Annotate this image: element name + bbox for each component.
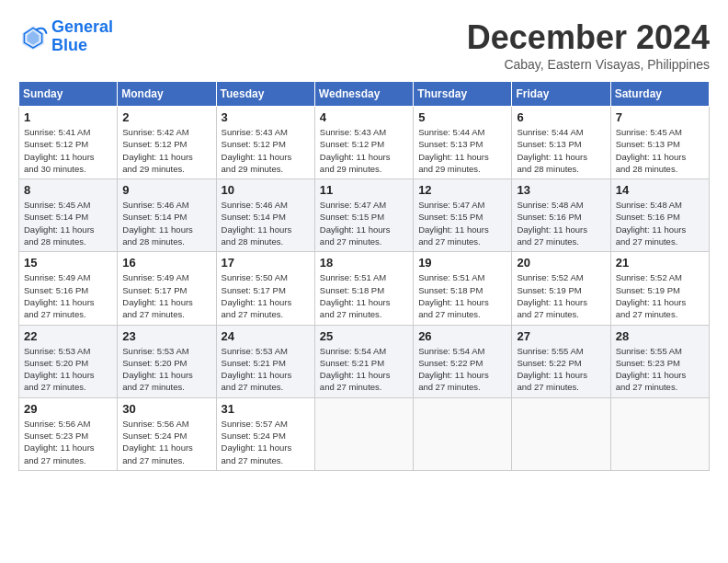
- day-info: Sunrise: 5:44 AMSunset: 5:13 PMDaylight:…: [418, 126, 506, 175]
- daylight-hours: Daylight: 11 hours: [517, 296, 605, 308]
- day-info: Sunrise: 5:49 AMSunset: 5:16 PMDaylight:…: [24, 271, 112, 320]
- sunrise-text: Sunrise: 5:43 AM: [320, 126, 408, 138]
- calendar-cell: 2Sunrise: 5:42 AMSunset: 5:12 PMDaylight…: [118, 107, 216, 179]
- sunrise-text: Sunrise: 5:56 AM: [24, 418, 112, 430]
- logo-general: General: [51, 17, 113, 36]
- location-subtitle: Cabay, Eastern Visayas, Philippines: [467, 57, 710, 72]
- weekday-header-thursday: Thursday: [414, 82, 512, 107]
- sunrise-text: Sunrise: 5:41 AM: [24, 126, 112, 138]
- sunset-text: Sunset: 5:12 PM: [24, 138, 112, 150]
- calendar-cell: 16Sunrise: 5:49 AMSunset: 5:17 PMDayligh…: [118, 252, 216, 325]
- calendar-cell: 8Sunrise: 5:45 AMSunset: 5:14 PMDaylight…: [19, 179, 118, 252]
- day-number: 30: [122, 402, 210, 416]
- daylight-hours: Daylight: 11 hours: [616, 296, 704, 308]
- calendar-cell: 17Sunrise: 5:50 AMSunset: 5:17 PMDayligh…: [216, 252, 314, 325]
- daylight-minutes: and 27 minutes.: [24, 381, 112, 393]
- day-number: 22: [24, 329, 112, 343]
- sunset-text: Sunset: 5:17 PM: [122, 284, 210, 296]
- day-info: Sunrise: 5:53 AMSunset: 5:20 PMDaylight:…: [24, 345, 112, 394]
- daylight-minutes: and 27 minutes.: [222, 454, 310, 466]
- day-number: 8: [24, 183, 112, 197]
- day-info: Sunrise: 5:51 AMSunset: 5:18 PMDaylight:…: [320, 271, 408, 320]
- title-block: December 2024 Cabay, Eastern Visayas, Ph…: [467, 18, 710, 72]
- sunset-text: Sunset: 5:19 PM: [616, 284, 704, 296]
- calendar-cell: 27Sunrise: 5:55 AMSunset: 5:22 PMDayligh…: [512, 325, 610, 397]
- day-number: 6: [517, 110, 605, 124]
- daylight-minutes: and 27 minutes.: [122, 454, 210, 466]
- sunrise-text: Sunrise: 5:54 AM: [418, 345, 506, 357]
- sunrise-text: Sunrise: 5:46 AM: [122, 199, 210, 211]
- daylight-minutes: and 28 minutes.: [222, 236, 310, 247]
- daylight-hours: Daylight: 11 hours: [122, 296, 210, 308]
- sunrise-text: Sunrise: 5:53 AM: [122, 345, 210, 357]
- calendar-cell: 3Sunrise: 5:43 AMSunset: 5:12 PMDaylight…: [216, 107, 314, 179]
- sunrise-text: Sunrise: 5:55 AM: [616, 345, 704, 357]
- daylight-hours: Daylight: 11 hours: [418, 224, 506, 236]
- day-number: 14: [616, 183, 704, 197]
- daylight-minutes: and 29 minutes.: [222, 163, 310, 175]
- daylight-hours: Daylight: 11 hours: [320, 224, 408, 236]
- sunrise-text: Sunrise: 5:47 AM: [418, 199, 506, 211]
- daylight-hours: Daylight: 11 hours: [24, 296, 112, 308]
- sunrise-text: Sunrise: 5:44 AM: [418, 126, 506, 138]
- daylight-hours: Daylight: 11 hours: [24, 442, 112, 454]
- weekday-header-sunday: Sunday: [19, 82, 118, 107]
- day-number: 26: [418, 329, 506, 343]
- daylight-minutes: and 27 minutes.: [616, 236, 704, 247]
- daylight-hours: Daylight: 11 hours: [222, 296, 310, 308]
- day-info: Sunrise: 5:42 AMSunset: 5:12 PMDaylight:…: [122, 126, 210, 175]
- day-info: Sunrise: 5:55 AMSunset: 5:22 PMDaylight:…: [517, 345, 605, 394]
- sunset-text: Sunset: 5:12 PM: [222, 138, 310, 150]
- day-number: 19: [418, 256, 506, 270]
- daylight-hours: Daylight: 11 hours: [222, 369, 310, 381]
- daylight-hours: Daylight: 11 hours: [122, 442, 210, 454]
- sunset-text: Sunset: 5:23 PM: [24, 430, 112, 442]
- calendar-cell: 12Sunrise: 5:47 AMSunset: 5:15 PMDayligh…: [414, 179, 512, 252]
- day-number: 25: [320, 329, 408, 343]
- day-number: 29: [24, 402, 112, 416]
- page-header: General Blue December 2024 Cabay, Easter…: [18, 18, 710, 72]
- daylight-hours: Daylight: 11 hours: [320, 151, 408, 163]
- day-number: 11: [320, 183, 408, 197]
- sunset-text: Sunset: 5:24 PM: [122, 430, 210, 442]
- day-info: Sunrise: 5:44 AMSunset: 5:13 PMDaylight:…: [517, 126, 605, 175]
- month-title: December 2024: [467, 18, 710, 57]
- day-number: 27: [517, 329, 605, 343]
- daylight-minutes: and 27 minutes.: [517, 308, 605, 320]
- sunrise-text: Sunrise: 5:42 AM: [122, 126, 210, 138]
- sunset-text: Sunset: 5:16 PM: [517, 211, 605, 223]
- calendar-cell: 21Sunrise: 5:52 AMSunset: 5:19 PMDayligh…: [610, 252, 709, 325]
- logo-icon: [18, 22, 48, 52]
- sunset-text: Sunset: 5:16 PM: [24, 284, 112, 296]
- sunset-text: Sunset: 5:14 PM: [222, 211, 310, 223]
- day-info: Sunrise: 5:55 AMSunset: 5:23 PMDaylight:…: [616, 345, 704, 394]
- day-number: 7: [616, 110, 704, 124]
- sunset-text: Sunset: 5:18 PM: [418, 284, 506, 296]
- daylight-minutes: and 28 minutes.: [24, 236, 112, 247]
- day-info: Sunrise: 5:46 AMSunset: 5:14 PMDaylight:…: [222, 199, 310, 247]
- sunset-text: Sunset: 5:17 PM: [222, 284, 310, 296]
- calendar-cell: [414, 397, 512, 470]
- calendar-table: SundayMondayTuesdayWednesdayThursdayFrid…: [18, 81, 710, 471]
- day-info: Sunrise: 5:49 AMSunset: 5:17 PMDaylight:…: [122, 271, 210, 320]
- calendar-cell: 26Sunrise: 5:54 AMSunset: 5:22 PMDayligh…: [414, 325, 512, 397]
- sunrise-text: Sunrise: 5:52 AM: [517, 271, 605, 283]
- calendar-cell: 14Sunrise: 5:48 AMSunset: 5:16 PMDayligh…: [610, 179, 709, 252]
- day-info: Sunrise: 5:54 AMSunset: 5:21 PMDaylight:…: [320, 345, 408, 394]
- sunrise-text: Sunrise: 5:45 AM: [616, 126, 704, 138]
- daylight-minutes: and 27 minutes.: [616, 308, 704, 320]
- calendar-cell: 6Sunrise: 5:44 AMSunset: 5:13 PMDaylight…: [512, 107, 610, 179]
- daylight-minutes: and 27 minutes.: [418, 236, 506, 247]
- day-number: 20: [517, 256, 605, 270]
- calendar-week-4: 22Sunrise: 5:53 AMSunset: 5:20 PMDayligh…: [19, 325, 710, 397]
- day-info: Sunrise: 5:43 AMSunset: 5:12 PMDaylight:…: [222, 126, 310, 175]
- daylight-minutes: and 29 minutes.: [320, 163, 408, 175]
- sunrise-text: Sunrise: 5:49 AM: [122, 271, 210, 283]
- day-number: 3: [222, 110, 310, 124]
- day-info: Sunrise: 5:45 AMSunset: 5:13 PMDaylight:…: [616, 126, 704, 175]
- weekday-header-saturday: Saturday: [610, 82, 709, 107]
- day-info: Sunrise: 5:46 AMSunset: 5:14 PMDaylight:…: [122, 199, 210, 247]
- calendar-week-5: 29Sunrise: 5:56 AMSunset: 5:23 PMDayligh…: [19, 397, 710, 470]
- daylight-hours: Daylight: 11 hours: [418, 151, 506, 163]
- daylight-hours: Daylight: 11 hours: [517, 151, 605, 163]
